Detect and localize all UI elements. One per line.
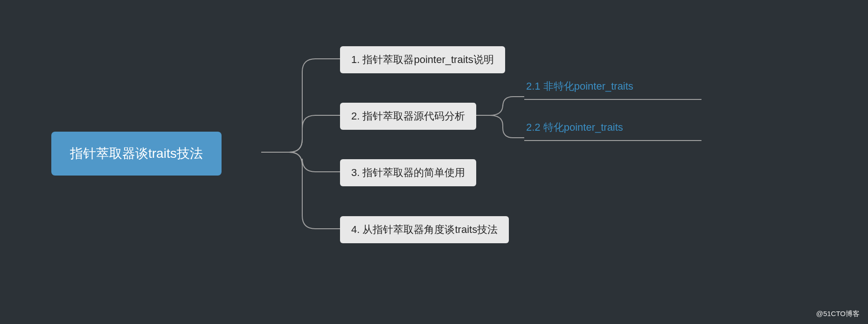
root-title: 指针萃取器谈traits技法 (70, 146, 203, 161)
leaf-node-2-1[interactable]: 2.1 非特化pointer_traits (524, 77, 701, 100)
child-node-4[interactable]: 4. 从指针萃取器角度谈traits技法 (340, 216, 509, 243)
child-node-3[interactable]: 3. 指针萃取器的简单使用 (340, 159, 476, 186)
child-node-1[interactable]: 1. 指针萃取器pointer_traits说明 (340, 46, 505, 73)
mindmap-root[interactable]: 指针萃取器谈traits技法 (51, 132, 222, 176)
child-node-2[interactable]: 2. 指针萃取器源代码分析 (340, 103, 476, 130)
leaf-node-2-2[interactable]: 2.2 特化pointer_traits (524, 118, 701, 141)
watermark: @51CTO博客 (816, 310, 860, 318)
child-label: 1. 指针萃取器pointer_traits说明 (351, 54, 494, 65)
leaf-label: 2.1 非特化pointer_traits (526, 80, 633, 92)
child-label: 2. 指针萃取器源代码分析 (351, 110, 465, 122)
watermark-text: @51CTO博客 (816, 310, 860, 317)
leaf-label: 2.2 特化pointer_traits (526, 121, 623, 133)
child-label: 4. 从指针萃取器角度谈traits技法 (351, 224, 498, 235)
child-label: 3. 指针萃取器的简单使用 (351, 167, 465, 178)
